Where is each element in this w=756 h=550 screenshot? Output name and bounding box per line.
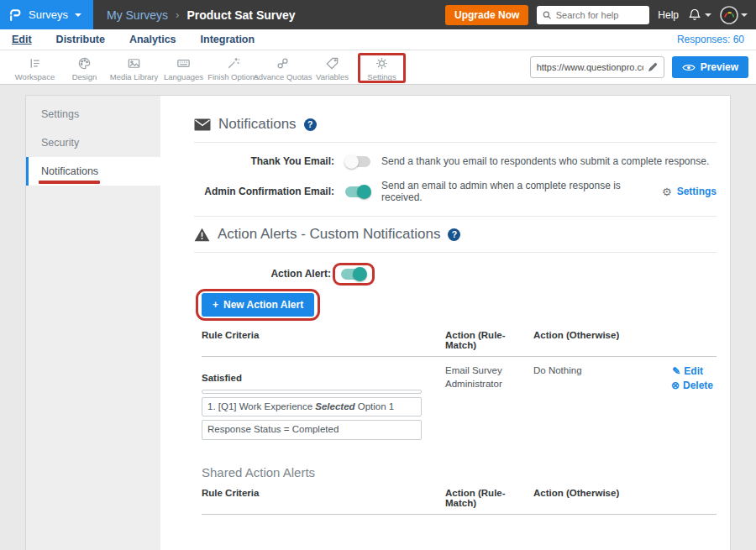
help-search-input[interactable] <box>556 10 644 20</box>
help-link[interactable]: Help <box>658 9 679 21</box>
eye-icon <box>682 63 696 72</box>
help-icon[interactable]: ? <box>304 118 317 131</box>
toolbar-item-variables[interactable]: Variables <box>307 54 357 81</box>
plus-icon: + <box>213 299 218 311</box>
account-menu-button[interactable] <box>720 6 748 24</box>
admin-confirmation-row: Admin Confirmation Email: Send an email … <box>194 180 717 203</box>
shared-action-alerts-table: Rule Criteria Action (Rule-Match) Action… <box>202 481 717 515</box>
variables-tag-icon <box>324 55 340 71</box>
edit-toolbar: Workspace Design Media Library Languages… <box>0 50 756 85</box>
col-actions <box>630 323 717 357</box>
product-switcher[interactable]: Surveys <box>0 0 93 29</box>
breadcrumb: My Surveys › Product Sat Survey <box>107 8 296 22</box>
thank-you-email-label: Thank You Email: <box>194 155 345 167</box>
sidebar-item-settings[interactable]: Settings <box>26 100 160 128</box>
toolbar-item-advance-quotas[interactable]: Advance Quotas <box>258 54 307 81</box>
help-icon[interactable]: ? <box>448 228 460 241</box>
edit-url-pencil-icon[interactable] <box>648 62 658 72</box>
row-actions-cell: ✎ Edit ⊗ Delete <box>630 357 717 443</box>
notifications-bell-button[interactable] <box>687 8 711 23</box>
breadcrumb-my-surveys[interactable]: My Surveys <box>107 8 168 22</box>
toolbar-right: https://www.questionpro.com/t/ Preview <box>530 56 748 78</box>
divider <box>194 216 717 217</box>
gear-icon: ⚙ <box>662 186 672 198</box>
action-alert-toggle-row: Action Alert: <box>194 268 717 280</box>
new-action-alert-row: + New Action Alert <box>202 293 717 317</box>
new-action-alert-button[interactable]: + New Action Alert <box>202 293 314 317</box>
col-rule-criteria: Rule Criteria <box>202 323 445 357</box>
action-alert-toggle[interactable] <box>341 269 366 280</box>
toolbar-item-settings[interactable]: Settings <box>357 54 407 81</box>
delete-circle-icon: ⊗ <box>671 379 680 392</box>
preview-button[interactable]: Preview <box>672 56 748 78</box>
toolbar-item-media-library[interactable]: Media Library <box>109 54 159 81</box>
chevron-down-icon <box>75 13 81 17</box>
toolbar-item-finish-options[interactable]: Finish Options <box>208 54 258 81</box>
help-search[interactable] <box>537 6 649 24</box>
section-title-notifications: Notifications <box>218 116 297 133</box>
col-rule-criteria: Rule Criteria <box>202 481 445 515</box>
delete-alert-link[interactable]: ⊗ Delete <box>671 379 713 392</box>
action-alert-label: Action Alert: <box>194 268 341 280</box>
col-action-otherwise: Action (Otherwise) <box>533 323 630 357</box>
envelope-icon <box>194 118 211 131</box>
avatar <box>720 6 738 24</box>
chevron-down-icon <box>705 13 711 17</box>
toolbar-item-languages[interactable]: Languages <box>159 54 208 81</box>
breadcrumb-current-survey: Product Sat Survey <box>186 8 295 22</box>
thank-you-email-description: Send a thank you email to respondents wh… <box>381 155 709 167</box>
col-action-rule-match: Action (Rule-Match) <box>445 323 533 357</box>
tab-edit[interactable]: Edit <box>12 34 32 45</box>
edit-alert-link[interactable]: ✎ Edit <box>672 364 703 378</box>
criteria-status: Satisfied <box>202 364 445 390</box>
edit-pencil-icon: ✎ <box>672 364 680 378</box>
questionpro-logo-icon <box>8 8 22 22</box>
product-switcher-label: Surveys <box>29 8 68 21</box>
col-action-otherwise: Action (Otherwise) <box>533 481 630 515</box>
workspace-icon <box>27 55 43 71</box>
toolbar-item-design[interactable]: Design <box>60 54 109 81</box>
upgrade-now-button[interactable]: Upgrade Now <box>445 5 528 25</box>
survey-url-field[interactable]: https://www.questionpro.com/t/ <box>530 56 664 78</box>
media-library-icon <box>126 55 142 71</box>
admin-confirmation-toggle[interactable] <box>345 186 370 197</box>
tab-distribute[interactable]: Distribute <box>56 34 105 45</box>
annotation-notifications-underline <box>39 181 100 184</box>
divider <box>194 142 717 143</box>
sidebar-item-notifications[interactable]: Notifications <box>26 157 160 186</box>
criteria-box-rule1: 1. [Q1] Work Experience Selected Option … <box>202 397 422 417</box>
topbar-actions: Upgrade Now Help <box>445 5 756 25</box>
languages-keyboard-icon <box>176 55 192 71</box>
toolbar-item-workspace[interactable]: Workspace <box>10 54 60 81</box>
criteria-box-rule2: Response Status = Completed <box>202 420 422 440</box>
survey-section-nav: Edit Distribute Analytics Integration Re… <box>0 29 756 50</box>
settings-card: Settings Security Notifications Notifica… <box>25 95 731 550</box>
chevron-down-icon <box>741 13 748 17</box>
spacer <box>194 515 717 540</box>
col-action-rule-match: Action (Rule-Match) <box>445 481 533 515</box>
tab-integration[interactable]: Integration <box>201 34 255 45</box>
design-palette-icon <box>76 55 92 71</box>
responses-count[interactable]: Responses: 60 <box>677 34 744 45</box>
rule-criteria-cell: Satisfied 1. [Q1] Work Experience Select… <box>202 357 445 443</box>
warning-triangle-icon <box>194 228 210 242</box>
bell-icon <box>687 8 702 23</box>
page-body: Settings Security Notifications Notifica… <box>0 85 756 550</box>
sidebar-item-security[interactable]: Security <box>26 128 160 157</box>
criteria-box-empty <box>202 390 422 394</box>
notifications-section-header: Notifications ? <box>194 116 717 133</box>
action-alerts-section-header: Action Alerts - Custom Notifications ? <box>194 226 717 243</box>
admin-email-settings-link[interactable]: Settings <box>677 186 717 197</box>
thank-you-email-row: Thank You Email: Send a thank you email … <box>194 155 717 167</box>
col-actions <box>630 481 717 515</box>
tab-analytics[interactable]: Analytics <box>129 34 176 45</box>
notifications-panel: Notifications ? Thank You Email: Send a … <box>160 96 730 550</box>
settings-sidebar: Settings Security Notifications <box>26 96 160 550</box>
rule-match-cell: Email Survey Administrator <box>445 357 533 443</box>
section-title-shared-action-alerts: Shared Action Alerts <box>202 465 717 479</box>
thank-you-email-toggle[interactable] <box>345 156 370 167</box>
top-navbar: Surveys My Surveys › Product Sat Survey … <box>0 0 756 29</box>
action-alerts-table: Rule Criteria Action (Rule-Match) Action… <box>202 323 717 443</box>
admin-confirmation-description: Send an email to admin when a complete r… <box>381 180 662 203</box>
breadcrumb-separator-icon: › <box>176 8 179 21</box>
